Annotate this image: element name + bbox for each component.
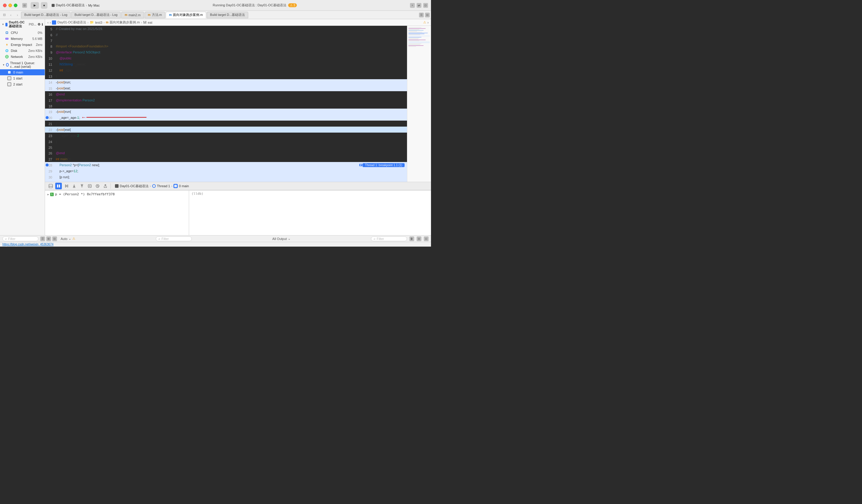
auto-dropdown[interactable]: Auto ⌄ <box>61 237 71 241</box>
console-content[interactable]: (lldb) <box>189 190 431 235</box>
line-content[interactable]: } <box>55 138 407 145</box>
line-content[interactable]: -(void)run{ <box>55 109 407 115</box>
line-content[interactable]: int _age; <box>55 67 407 73</box>
split-view-btn[interactable]: ⊟ <box>417 236 421 241</box>
line-content[interactable]: _age=_age-1; <box>55 115 407 121</box>
line-content[interactable]: NSLog(@"age=%d",p->_age); <box>55 180 407 182</box>
delete-btn[interactable]: 🗑 <box>409 236 414 241</box>
add-tab-button[interactable]: + <box>410 3 415 8</box>
breadcrumb-folder[interactable]: test3 <box>95 21 102 24</box>
debug-project-label[interactable]: Day01-OC基础语法 <box>120 184 148 188</box>
step-out-button[interactable] <box>79 183 85 189</box>
nav-back[interactable]: ‹ <box>48 21 49 24</box>
line-content[interactable]: -(void)eat{ <box>55 127 407 133</box>
line-content[interactable] <box>55 145 407 150</box>
line-content[interactable]: @interface Person2:NSObject{ <box>55 49 407 55</box>
console-toggle[interactable] <box>48 183 54 189</box>
view-btn-2[interactable]: ⊞ <box>46 236 51 241</box>
thread-item-2start[interactable]: f 2 start <box>0 81 45 87</box>
thread-section-header[interactable]: ▼ Thread 1 Queue: c...ead (serial) <box>0 60 45 69</box>
line-content[interactable]: @public <box>55 55 407 61</box>
line-content[interactable]: _age=_age-2; <box>55 133 407 138</box>
sidebar-item-disk[interactable]: Disk Zero KB/s <box>0 48 45 54</box>
expand-btn[interactable]: ⊡ <box>424 236 429 241</box>
inspector-toggle[interactable]: ⊟ <box>425 13 430 17</box>
line-content[interactable]: @end <box>55 91 407 97</box>
tab-forward[interactable]: › <box>14 12 21 18</box>
status-filter-left[interactable]: ⌕ Filter <box>2 236 38 241</box>
tab-build-target[interactable]: Build target D...基础语法 <box>207 12 248 18</box>
tab-back[interactable]: ‹ <box>8 12 14 18</box>
nav-forward[interactable]: › <box>50 21 51 24</box>
debug-variable[interactable]: ▶ L p = (Person2 *) 0x7ffeefbff378 <box>48 192 186 197</box>
line-content[interactable]: Person2 *p=[Person2 new]; <box>55 162 356 168</box>
line-content[interactable]: @implementation Person2 <box>55 97 407 103</box>
step-into-button[interactable] <box>71 183 77 189</box>
line-content[interactable]: } <box>55 73 407 79</box>
breadcrumb-file[interactable]: 面向对象跑步案例.m <box>109 20 140 25</box>
view-memory-button[interactable] <box>94 183 101 189</box>
minimap[interactable] <box>407 26 431 182</box>
sidebar-toggle[interactable]: ⊟ <box>22 3 27 8</box>
tab-build-log-1[interactable]: Build target D...基础语法 - Log <box>21 12 70 18</box>
sidebar-item-energy[interactable]: Energy Impact Zero <box>0 42 45 48</box>
inspector-right-btn[interactable]: › <box>427 21 429 24</box>
variables-content[interactable]: ▶ L p = (Person2 *) 0x7ffeefbff378 <box>45 190 189 235</box>
run-button[interactable]: ▶ <box>30 2 39 9</box>
info-icon[interactable]: ℹ <box>42 23 43 26</box>
stop-button[interactable]: ■ <box>41 2 48 9</box>
tab-method[interactable]: m 方法.m <box>145 12 165 18</box>
breadcrumb-project[interactable]: Day01-OC基础语法 <box>57 20 86 25</box>
sidebar-item-cpu[interactable]: CPU 0% <box>0 30 45 36</box>
layout-button[interactable]: ⊡ <box>423 3 428 8</box>
tab-build-log-2[interactable]: Build target D...基础语法 - Log <box>71 12 121 18</box>
debug-frame-label[interactable]: 0 main <box>179 184 189 188</box>
line-content[interactable] <box>55 103 407 109</box>
fullscreen-button[interactable] <box>14 4 17 7</box>
navigator-toggle[interactable]: ⊟ <box>1 12 7 18</box>
output-dropdown[interactable]: All Output ⌄ <box>272 237 290 241</box>
line-content[interactable]: [p run]; <box>55 174 407 180</box>
line-content[interactable]: NSString *_name; <box>55 61 407 67</box>
line-content[interactable]: -(void)run; <box>55 79 407 85</box>
view-btn-3[interactable]: ⊟ <box>52 236 57 241</box>
console-prompt[interactable]: (lldb) <box>192 192 204 196</box>
tab-main2[interactable]: m main2.m <box>121 12 144 18</box>
breakpoints-button[interactable] <box>87 183 93 189</box>
close-button[interactable] <box>3 4 6 7</box>
line-content[interactable]: #import <Foundation/Foundation.h> <box>55 43 407 49</box>
status-filter-center[interactable]: ⌕ Filter <box>156 236 192 241</box>
thread-item-0main[interactable]: f 0 main <box>0 69 45 75</box>
view-btn-1[interactable]: ☰ <box>40 236 45 241</box>
settings-icon[interactable]: ⚙ <box>38 23 40 26</box>
minimize-button[interactable] <box>9 4 12 7</box>
expand-arrow[interactable]: ▶ <box>48 193 49 196</box>
project-section-header[interactable]: ▼ Day01-OC基础语法 PID... ⚙ ℹ <box>0 19 45 30</box>
tab-list-button[interactable]: ☰ <box>419 13 424 17</box>
breadcrumb-symbol[interactable]: eat <box>148 21 152 24</box>
warning-indicator[interactable]: ⚠ <box>423 21 426 24</box>
line-content[interactable]: } <box>55 121 407 127</box>
line-content[interactable] <box>55 38 407 43</box>
line-content[interactable]: -(void)eat; <box>55 85 407 91</box>
line-content[interactable]: @end <box>55 150 407 156</box>
thread-item-1start[interactable]: f 1 start <box>0 75 45 81</box>
tab-active-file[interactable]: m 面向对象跑步案例.m <box>166 12 206 18</box>
status-filter-right[interactable]: ⌕ Filter <box>371 236 407 241</box>
line-content[interactable]: // Created by mac on 2021/5/29. <box>55 26 407 32</box>
step-over-button[interactable] <box>63 183 70 189</box>
sidebar-item-network[interactable]: Network Zero KB/s <box>0 54 45 60</box>
split-button[interactable]: ⇄ <box>417 3 421 8</box>
debug-thread-label[interactable]: Thread 1 <box>157 184 170 188</box>
share-button[interactable] <box>102 183 109 189</box>
code-scroll-area[interactable]: 5 // Created by mac on 2021/5/29. 6 // 7… <box>45 26 407 182</box>
line-content[interactable]: p->_age=12; <box>55 168 407 174</box>
scheme-label[interactable]: Day01-OC基础语法 <box>56 3 84 8</box>
url-link[interactable]: https://blog.csdn.net/weixin_45363674 <box>2 243 53 246</box>
continue-button[interactable] <box>55 183 62 189</box>
line-content[interactable]: int main(){ <box>55 156 407 162</box>
line-content[interactable]: // <box>55 32 407 38</box>
target-label[interactable]: My Mac <box>88 4 100 7</box>
warning-badge[interactable]: ⚠ 3 <box>288 3 297 7</box>
sidebar-item-memory[interactable]: Memory 5.6 MB <box>0 36 45 42</box>
